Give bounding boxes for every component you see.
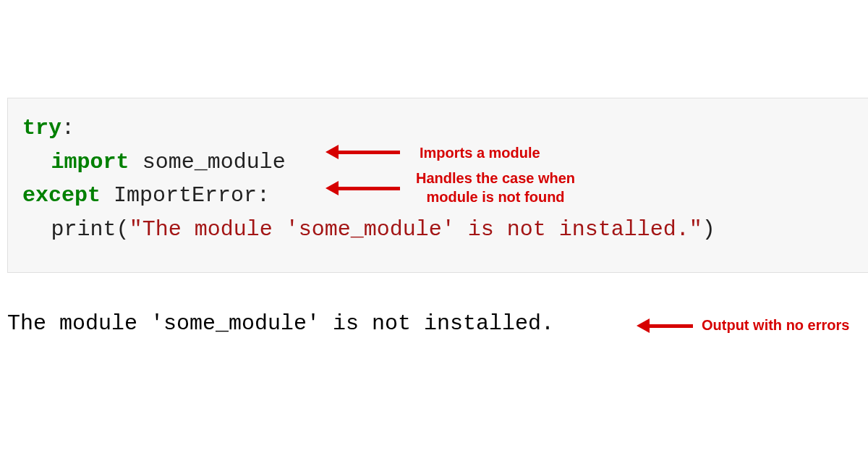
exception-name: ImportError (101, 183, 257, 208)
arrow-icon (326, 181, 400, 195)
code-line-4: print("The module 'some_module' is not i… (22, 213, 854, 247)
arrow-icon (326, 145, 400, 159)
keyword-except: except (22, 183, 101, 208)
colon: : (257, 183, 270, 208)
annotation-imports-module: Imports a module (420, 143, 540, 162)
annotation-line: module is not found (416, 187, 575, 206)
output-text: The module 'some_module' is not installe… (7, 311, 554, 336)
arrow-icon (637, 318, 693, 333)
code-line-1: try: (22, 111, 854, 145)
annotation-handles-case: Handles the case when module is not foun… (416, 169, 575, 206)
paren-open: ( (116, 217, 129, 242)
annotation-line: Handles the case when (416, 169, 575, 187)
colon: : (61, 116, 75, 140)
keyword-import: import (51, 150, 129, 174)
annotation-output-no-errors: Output with no errors (702, 316, 849, 334)
function-name: print (51, 217, 116, 242)
paren-close: ) (702, 217, 715, 242)
string-literal: "The module 'some_module' is not install… (129, 217, 702, 242)
keyword-try: try (22, 116, 61, 140)
module-name: some_module (129, 150, 286, 174)
